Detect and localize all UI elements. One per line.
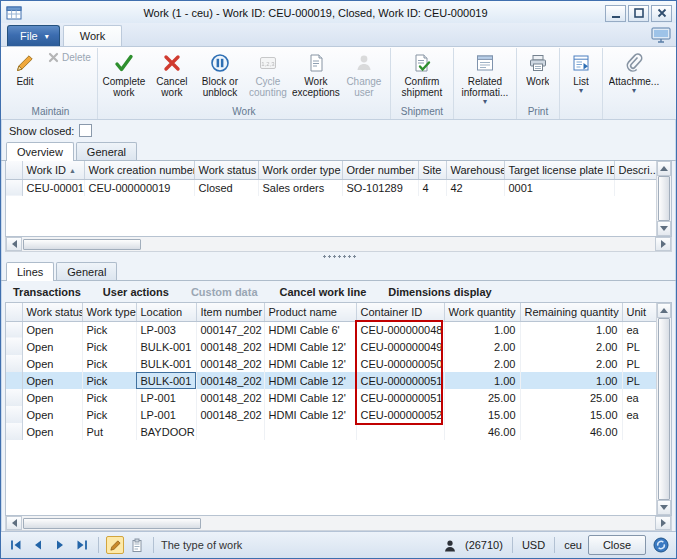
grid-cell[interactable]: PL (622, 355, 656, 372)
grid-cell[interactable]: 000148_202 (196, 389, 264, 406)
grid-cell[interactable]: 0001 (504, 179, 614, 196)
column-header-work-quantity[interactable]: Work quantity (444, 303, 520, 321)
company-indicator[interactable]: ceu (564, 539, 582, 551)
grid-cell[interactable]: 000147_202 (196, 321, 264, 338)
column-header-work-status[interactable]: Work status (22, 303, 82, 321)
grid-cell[interactable]: 000148_202 (196, 338, 264, 355)
block-unblock-work-button[interactable]: Block or unblock work (196, 49, 244, 99)
grid-cell[interactable]: HDMI Cable 12' (264, 372, 356, 389)
grid-cell[interactable]: 1.00 (444, 321, 520, 338)
column-header-item-number[interactable]: Item number (196, 303, 264, 321)
grid-cell[interactable]: 46.00 (444, 423, 520, 440)
clipboard-button[interactable] (128, 536, 146, 554)
grid-cell[interactable]: 4 (418, 179, 446, 196)
row-selector-cell[interactable] (6, 179, 22, 196)
column-header-product-name[interactable]: Product name (264, 303, 356, 321)
grid-cell[interactable]: CEU-000000048 (356, 321, 444, 338)
grid-cell[interactable]: BAYDOOR (136, 423, 196, 440)
overview-vertical-scrollbar[interactable] (656, 161, 671, 236)
select-all-cell[interactable] (6, 161, 22, 179)
table-row[interactable]: OpenPickBULK-001000148_202HDMI Cable 12'… (6, 338, 656, 355)
grid-cell[interactable]: 1.00 (520, 372, 622, 389)
scroll-right-button[interactable] (655, 237, 671, 251)
table-row[interactable]: OpenPickBULK-001000148_202HDMI Cable 12'… (6, 355, 656, 372)
grid-cell[interactable]: Open (22, 355, 82, 372)
table-row[interactable]: OpenPutBAYDOOR46.0046.00 (6, 423, 656, 440)
row-selector-cell[interactable] (6, 321, 22, 338)
scroll-track[interactable] (22, 516, 655, 530)
ribbon-tab-work[interactable]: Work (63, 25, 122, 46)
column-header-warehouse[interactable]: Warehouse (446, 161, 504, 179)
grid-cell[interactable]: ea (622, 321, 656, 338)
column-header-location[interactable]: Location (136, 303, 196, 321)
scroll-thumb[interactable] (23, 518, 201, 529)
cancel-work-button[interactable]: Cancel work (148, 49, 196, 99)
grid-cell[interactable] (356, 423, 444, 440)
grid-cell[interactable]: PL (622, 372, 656, 389)
grid-cell[interactable]: Open (22, 338, 82, 355)
grid-cell[interactable]: 42 (446, 179, 504, 196)
action-dimensions-display[interactable]: Dimensions display (388, 286, 491, 298)
grid-cell[interactable]: LP-003 (136, 321, 196, 338)
grid-cell[interactable]: CEU-000000052 (356, 406, 444, 423)
grid-cell[interactable]: BULK-001 (136, 355, 196, 372)
grid-cell[interactable]: CEU-000000049 (356, 338, 444, 355)
print-work-button[interactable]: Work (519, 49, 557, 88)
grid-cell[interactable]: 2.00 (444, 338, 520, 355)
scroll-left-button[interactable] (6, 237, 22, 251)
grid-cell[interactable]: Sales orders (258, 179, 342, 196)
overview-horizontal-scrollbar[interactable] (5, 237, 672, 252)
grid-cell[interactable] (622, 423, 656, 440)
grid-cell[interactable]: LP-001 (136, 406, 196, 423)
grid-cell[interactable]: BULK-001 (136, 338, 196, 355)
nav-previous-button[interactable] (29, 536, 47, 554)
grid-cell[interactable]: 25.00 (520, 389, 622, 406)
grid-cell[interactable]: Open (22, 321, 82, 338)
grid-cell[interactable]: 000148_202 (196, 372, 264, 389)
work-exceptions-log-button[interactable]: Work exceptions log (292, 49, 340, 99)
action-cancel-work-line[interactable]: Cancel work line (280, 286, 367, 298)
edit-record-button[interactable] (106, 536, 124, 554)
edit-button[interactable]: Edit (6, 49, 44, 88)
tab-overview-overview[interactable]: Overview (6, 142, 74, 161)
grid-cell[interactable]: CEU-000000050 (356, 355, 444, 372)
grid-cell[interactable]: Open (22, 423, 82, 440)
nav-last-button[interactable] (73, 536, 91, 554)
table-row[interactable]: OpenPickLP-001000148_202HDMI Cable 12'CE… (6, 406, 656, 423)
grid-cell[interactable]: Pick (82, 389, 136, 406)
table-row[interactable]: OpenPickLP-003000147_202HDMI Cable 6'CEU… (6, 321, 656, 338)
grid-cell[interactable]: Open (22, 372, 82, 389)
grid-cell[interactable] (614, 179, 656, 196)
tab-lines-general[interactable]: General (56, 262, 117, 280)
grid-cell[interactable]: CEU-000000019 (84, 179, 194, 196)
grid-cell[interactable]: Pick (82, 406, 136, 423)
list-button[interactable]: List ▾ (562, 49, 600, 95)
scroll-left-button[interactable] (6, 516, 22, 530)
scroll-track[interactable] (22, 237, 655, 251)
scroll-thumb[interactable] (658, 318, 670, 500)
grid-cell[interactable]: 25.00 (444, 389, 520, 406)
column-header-order-number[interactable]: Order number (342, 161, 418, 179)
scroll-up-button[interactable] (657, 161, 671, 176)
grid-cell[interactable]: 2.00 (520, 355, 622, 372)
grid-cell[interactable]: 46.00 (520, 423, 622, 440)
grid-cell[interactable]: ea (622, 389, 656, 406)
attachments-button[interactable]: Attachme... ▾ (605, 49, 663, 95)
splitter[interactable] (1, 252, 676, 261)
grid-cell[interactable]: CEU-000019 (22, 179, 84, 196)
title-bar[interactable]: Work (1 - ceu) - Work ID: CEU-000019, Cl… (1, 1, 676, 23)
scroll-up-button[interactable] (657, 303, 671, 318)
grid-cell[interactable]: PL (622, 338, 656, 355)
grid-cell[interactable]: ea (622, 406, 656, 423)
workspace-view-icon[interactable] (650, 26, 672, 44)
grid-cell[interactable]: Pick (82, 321, 136, 338)
row-selector-cell[interactable] (6, 338, 22, 355)
grid-cell[interactable]: SO-101289 (342, 179, 418, 196)
grid-cell[interactable]: BULK-001 (136, 372, 196, 389)
nav-next-button[interactable] (51, 536, 69, 554)
grid-cell[interactable]: 15.00 (444, 406, 520, 423)
column-header-descri[interactable]: Descri... (614, 161, 656, 179)
scroll-down-button[interactable] (657, 500, 671, 515)
grid-cell[interactable]: 2.00 (520, 338, 622, 355)
confirm-shipment-button[interactable]: Confirm shipment (393, 49, 451, 99)
